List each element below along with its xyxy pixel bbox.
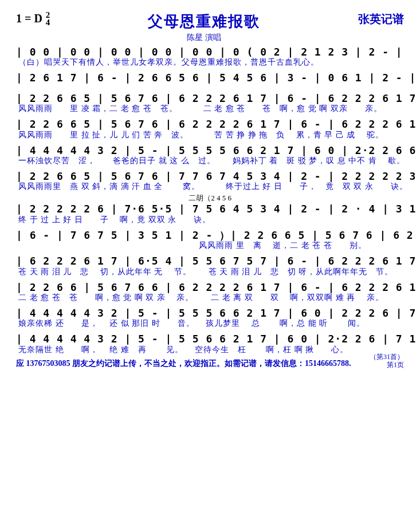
music-row: | 4 4 4 4 4 3 2 | 5 - | 5 5 6 6 2 1 7 | … — [16, 332, 404, 354]
notation-line: | 4 4 4 4 4 3 2 | 5 - | 5 5 5 6 6 2 1 7 … — [16, 306, 404, 320]
lyrics-line: 风风雨雨 里 凌 霜，二 老 愈 苍 苍。 二 老 愈 苍 苍 啊，愈 觉 啊 … — [16, 104, 404, 114]
lyrics-line: 风风雨雨 里 拉 扯，儿 儿 们 苦 奔 波。 苦 苦 挣 挣 拖 负 累，青 … — [16, 130, 404, 140]
notation-line: | 2 2 6 6 5 | 5 6 7 6 | 6 2 2 2 6 1 7 | … — [16, 92, 404, 105]
notation-line: | 4 4 4 4 4 3 2 | 5 - | 5 5 5 5 6 6 2 1 … — [16, 144, 404, 157]
music-row: | 6 2 2 2 6 1 7 | 6·5 4 | 5 5 6 7 5 7 | … — [16, 254, 404, 277]
music-row: | 2 2 6 6 5 | 5 6 7 6 | 6 2 2 2 2 6 1 7 … — [16, 117, 404, 140]
page-number: 第1页 — [387, 361, 404, 369]
notation-line: | 2 2 6 6 5 | 5 6 7 6 | 7 7 6 7 4 5 3 4 … — [16, 170, 404, 183]
music-row: | 0 0 | 0 0 | 0 0 | 0 0 | 0 0 | 0 ( 0 2 … — [16, 45, 404, 68]
music-row: 二胡（2 4 5 6| 2 2 2 2 2 6 | 7·6 5·5 | 7 5 … — [16, 193, 404, 224]
key-time-signature: 1 = D 2 4 — [16, 11, 50, 26]
notation-line: | 2 2 6 6 | 5 6 7 6 6 | 6 2 2 2 2 6 1 7 … — [16, 281, 404, 294]
notation-line: | 2 2 6 6 5 | 5 6 7 6 | 6 2 2 2 2 6 1 7 … — [16, 117, 404, 131]
notation-line: | 2 6 1 7 | 6 - | 2 6 6 5 6 | 5 4 5 6 | … — [16, 71, 404, 84]
notation-line: | 4 4 4 4 4 3 2 | 5 - | 5 5 6 6 2 1 7 | … — [16, 332, 404, 345]
lyrics-line: 娘亲依稀 还 是， 还 似 那旧 时 音。 孩儿梦里 总 啊，总 能 听 闻。 — [16, 318, 404, 329]
notation-line: | 2 2 2 2 2 6 | 7·6 5·5 | 7 5 6 4 5 3 4 … — [16, 202, 404, 215]
music-body: | 0 0 | 0 0 | 0 0 | 0 0 | 0 0 | 0 ( 0 2 … — [16, 45, 404, 355]
music-row: | 2 6 1 7 | 6 - | 2 6 6 5 6 | 5 4 5 6 | … — [16, 71, 404, 90]
notation-line: | 6 - | 7 6 7 5 | 3 5 1 | 2 - ）| 2 2 6 6… — [16, 228, 404, 242]
lyrics-line: 二 老 愈 苍 苍 啊，愈 觉 啊 双 亲 亲。 二 老 离 双 双 啊，双双啊… — [16, 293, 404, 303]
music-row: | 4 4 4 4 4 3 2 | 5 - | 5 5 5 6 6 2 1 7 … — [16, 306, 404, 329]
time-bot: 4 — [46, 19, 50, 26]
lyrics-line: 风风雨雨 里 离 逝，二 老 苍 苍 别。 — [16, 241, 404, 251]
lyrics-line: 终 于 过 上 好 日 子 啊，竟 双双 永 诀。 — [16, 215, 404, 225]
key-text: 1 = D — [16, 12, 42, 25]
title-block: 父母恩重难报歌 陈星 演唱 — [50, 11, 358, 43]
sheet-music-page: 1 = D 2 4 父母恩重难报歌 陈星 演唱 张英记谱 | 0 0 | 0 0… — [0, 0, 420, 532]
header: 1 = D 2 4 父母恩重难报歌 陈星 演唱 张英记谱 — [16, 11, 404, 43]
performer: 陈星 演唱 — [50, 33, 358, 43]
lyrics-line: 苍 天 雨 泪 儿 悲 切，从此年年 无 节。 苍 天 雨 泪 儿 悲 切 呀，… — [16, 267, 404, 277]
notation-line: | 0 0 | 0 0 | 0 0 | 0 0 | 0 0 | 0 ( 0 2 … — [16, 45, 404, 58]
footer-note: 应 13767503085 朋友之约记谱上传，不当之处，欢迎指正。如需记谱，请发… — [16, 358, 404, 369]
time-signature: 2 4 — [46, 11, 50, 26]
music-row: | 6 - | 7 6 7 5 | 3 5 1 | 2 - ）| 2 2 6 6… — [16, 228, 404, 251]
lyrics-line: 无奈隔世 绝 啊， 绝 难 再 见。 空待今生 枉 啊，枉 啊 揪 心。 — [16, 345, 404, 355]
music-row: | 2 2 6 6 5 | 5 6 7 6 | 7 7 6 7 4 5 3 4 … — [16, 170, 404, 192]
music-row: | 4 4 4 4 4 3 2 | 5 - | 5 5 5 5 6 6 2 1 … — [16, 144, 404, 166]
notation-line: | 6 2 2 2 6 1 7 | 6·5 4 | 5 5 6 7 5 7 | … — [16, 254, 404, 267]
song-title: 父母恩重难报歌 — [50, 11, 358, 31]
lyrics-line: 一杯浊饮尽苦 涩， 爸爸的日子 就 这 么 过。 妈妈补丁 着 斑 驳 梦，叹 … — [16, 156, 404, 166]
lyrics-line: （白）唱哭天下有情人，举世儿女孝双亲。父母恩重难报歌，普恩千古血乳心。 — [16, 57, 404, 68]
lyrics-line: 风风雨雨里 燕 双 斜，滴 滴 汗 血 全 窝。 终于过上 好 日 子， 竟 双… — [16, 182, 404, 192]
music-row: | 2 2 6 6 5 | 5 6 7 6 | 6 2 2 2 6 1 7 | … — [16, 92, 404, 114]
song-index: （第31首） — [370, 353, 404, 361]
transcriber: 张英记谱 — [358, 11, 404, 27]
music-row: | 2 2 6 6 | 5 6 7 6 6 | 6 2 2 2 2 6 1 7 … — [16, 281, 404, 303]
footer: 应 13767503085 朋友之约记谱上传，不当之处，欢迎指正。如需记谱，请发… — [16, 358, 404, 369]
